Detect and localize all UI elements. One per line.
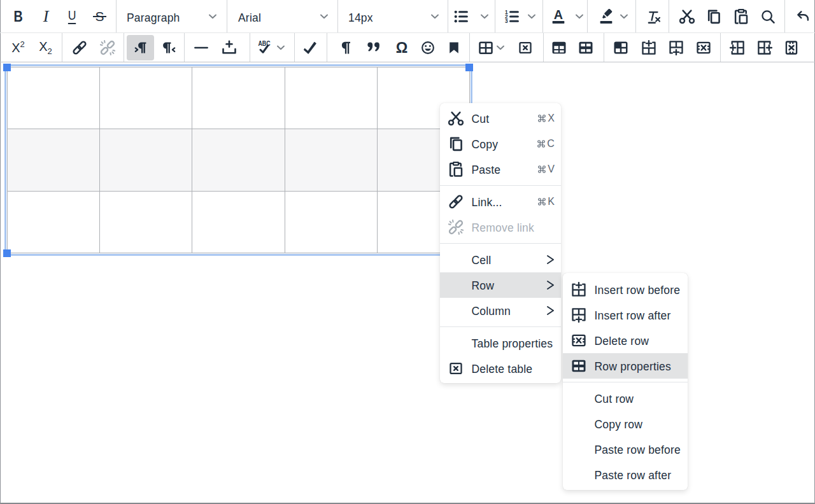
svg-text:3: 3 <box>504 18 507 24</box>
svg-text:A: A <box>554 9 563 22</box>
svg-text:Ω: Ω <box>396 40 408 55</box>
